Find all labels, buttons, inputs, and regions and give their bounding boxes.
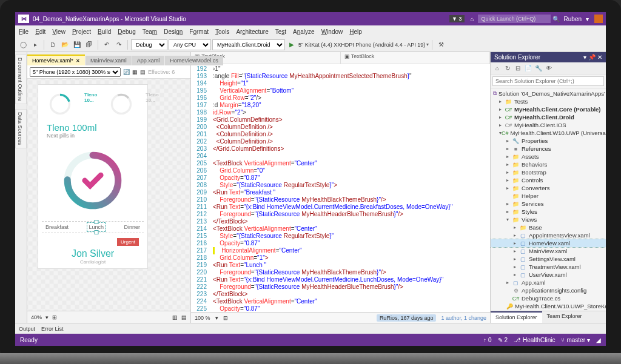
code-line[interactable]: Height="1" [213,80,488,87]
code-line[interactable]: <Grid.ColumnDefinitions> [213,116,488,124]
code-line[interactable]: Style="{StaticResource RegularTextStyle}… [213,233,488,240]
menu-analyze[interactable]: Analyze [293,28,315,35]
collapse-icon[interactable]: ⊟ [223,315,228,321]
solution-tree[interactable]: ⧉Solution '04_Demos_NativeXamarinApps' (… [491,88,606,311]
tree-node[interactable]: ▸📁Converters [491,184,606,192]
code-line[interactable] [213,153,488,160]
code-line[interactable]: <ColumnDefinition /> [213,138,488,145]
home-icon[interactable]: ⌂ [493,64,502,73]
menu-test[interactable]: Test [275,28,286,35]
debug-target[interactable]: 5" KitKat (4.4) XXHDPI Phone (Android 4.… [298,42,425,48]
tree-node[interactable]: ▸▢AppointmentsView.xaml [491,231,606,239]
menu-help[interactable]: Help [349,28,362,35]
doc-tab[interactable]: MainView.xaml [86,56,132,65]
grid1-icon[interactable]: ▦ [132,69,138,75]
menu-window[interactable]: Window [321,28,343,35]
save-all-icon[interactable]: 🗐 [84,39,95,50]
menu-design[interactable]: Design [164,28,183,35]
menu-tools[interactable]: Tools [215,28,229,35]
code-line[interactable]: <ColumnDefinition /> [213,131,488,138]
tree-node[interactable]: ▸▢TreatmentView.xaml [491,263,606,271]
code-line[interactable]: <TextBlock VerticalAlignment="Center" [213,160,488,167]
tree-node[interactable]: ⚙ApplicationInsights.config [491,286,606,294]
document-outline-tab[interactable]: Document Outline [15,55,27,104]
code-line[interactable]: <TextBlock VerticalAlignment="Center" [213,225,488,233]
tree-node[interactable]: ▸▢MainView.xaml [491,247,606,255]
tree-node[interactable]: ▸📁Services [491,200,606,208]
menu-debug[interactable]: Debug [118,28,135,35]
nav-back-icon[interactable]: ◯ [18,39,29,50]
tree-node[interactable]: ▸▢HomeView.xaml [491,239,606,247]
tab-output[interactable]: Output [19,326,35,332]
codelens-blame[interactable]: RuRios, 167 days ago [377,314,437,322]
menu-format[interactable]: Format [189,28,209,35]
code-line[interactable]: VerticalAlignment="Bottom" [213,87,488,94]
play-icon[interactable]: ▶ [286,39,297,50]
codelens-authors[interactable]: 1 author, 1 change [441,315,486,321]
device-select[interactable]: 5" Phone (1920 x 1080) 300% scale [30,67,121,77]
new-icon[interactable]: 🗋 [47,39,58,50]
tree-node[interactable]: ▸📁Styles [491,208,606,216]
tree-node[interactable]: ▸▢SettingsView.xaml [491,255,606,263]
tree-node[interactable]: ▸🔧Properties [491,137,606,145]
menu-architecture[interactable]: Architecture [236,28,268,35]
tree-node[interactable]: ▸📁Behaviors [491,160,606,168]
search-icon[interactable]: 🔍 [551,14,561,24]
code-line[interactable]: Grid.Row="2"/> [213,94,488,102]
code-line[interactable]: Grid.Column="0" [213,167,488,174]
code-line[interactable]: Grid.Column="1"> [213,254,488,262]
menu-file[interactable]: File [19,28,29,35]
fit-icon[interactable]: ⊞ [52,314,57,320]
save-icon[interactable]: 💾 [72,39,82,50]
show-all-icon[interactable]: 📄 [524,64,532,73]
code-body[interactable]: 1921931941951961971981992002012022032042… [191,64,490,312]
home-icon[interactable]: ⌂ [468,14,477,24]
code-line[interactable]: <Run Text="{x:Bind HomeViewModel.Current… [213,276,488,283]
collapse-all-icon[interactable]: ⊟ [514,64,522,73]
status-branch[interactable]: ⑂ master ▾ [561,337,590,343]
editor-zoom[interactable]: 100 % [195,315,210,321]
nav-fwd-icon[interactable]: ▸ [30,39,41,50]
status-resize-icon[interactable]: ◢ [596,337,601,343]
refresh-icon[interactable]: ↻ [503,64,512,73]
tree-node[interactable]: ▸■References [491,145,606,153]
code-line[interactable]: </Grid.ColumnDefinitions> [213,145,488,153]
code-line[interactable]: :d Margin="18,20" [213,102,488,109]
redo-icon[interactable]: ↷ [113,39,124,50]
code-line[interactable]: Opacity="0.87" [213,305,488,312]
split-h-icon[interactable]: ▥ [172,314,178,320]
undo-icon[interactable]: ↶ [101,39,112,50]
code-line[interactable]: </TextBlock> [213,218,488,225]
menu-team[interactable]: Team [143,28,157,35]
doc-tab[interactable]: HomeViewModel.cs [165,56,223,65]
tab-error-list[interactable]: Error List [41,326,64,332]
platform-select[interactable]: Any CPU [169,39,211,50]
code-line[interactable]: Style="{StaticResource RegularTextStyle}… [213,182,488,189]
data-sources-tab[interactable]: Data Sources [15,109,27,148]
tree-node[interactable]: ▾📁Views [491,216,606,223]
quick-launch-input[interactable] [478,15,551,23]
menu-project[interactable]: Project [72,28,91,35]
status-changes[interactable]: ✎ 2 [498,337,508,343]
solution-search-input[interactable] [492,76,604,86]
tree-node[interactable]: ▸📁Bootstrap [491,168,606,176]
tree-node[interactable]: ▸📁Tests [491,98,606,105]
doc-tab[interactable]: App.xaml [132,56,165,65]
code-line[interactable]: Foreground="{StaticResource MyHealthHead… [213,211,488,218]
menu-edit[interactable]: Edit [35,28,45,35]
tree-node[interactable]: ▸C#MyHealth.Client.iOS [491,121,606,129]
properties-icon[interactable]: 🔧 [534,64,543,73]
nav-scope-right[interactable]: ▣ TextBlock [341,52,491,64]
config-select[interactable]: Debug [131,39,167,50]
rotate-icon[interactable]: 🔄 [123,69,130,75]
user-name[interactable]: Ruben [564,16,582,22]
user-dropdown-icon[interactable]: ▾ [582,14,592,24]
grid2-icon[interactable]: ▤ [140,69,146,75]
code-line[interactable]: Foreground="{StaticResource MyHealthBlac… [213,269,488,276]
code-line[interactable]: Opacity="0.87" [213,240,488,247]
pin-icon[interactable]: ▾ 📌 ✕ [583,54,602,61]
status-push[interactable]: ↑ 0 [483,337,492,343]
code-line[interactable]: <Run Text="Breakfast " [213,189,488,196]
tree-node[interactable]: ▸C#MyHealth.Client.Droid [491,113,606,121]
code-line[interactable]: <TextBlock VerticalAlignment="Center" [213,298,488,305]
